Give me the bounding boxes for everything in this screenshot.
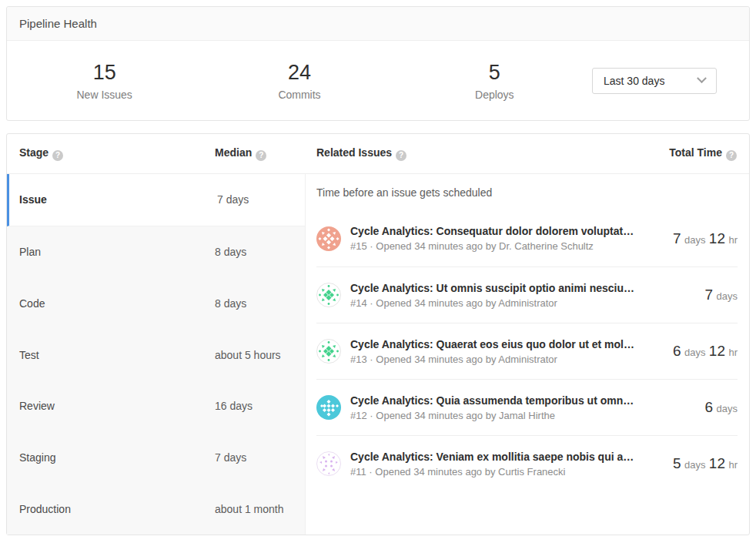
time-value: 6 [673,343,681,359]
stage-median: 8 days [215,246,246,258]
stage-name: Staging [19,451,215,464]
issue-meta: #14 · Opened 34 minutes ago by Administr… [350,297,697,309]
stage-median: 7 days [215,451,246,464]
time-unit: days [717,290,738,302]
issue-total-time: 6 days [705,399,738,416]
stage-help-icon[interactable] [52,150,63,161]
issue-author-avatar[interactable] [316,395,341,420]
related-issues-help-icon[interactable] [396,150,406,161]
time-unit: hr [728,459,738,471]
chevron-down-icon [697,73,707,83]
issue-opened-text: Opened 34 minutes ago by [376,354,496,365]
column-header-related-issues-label: Related Issues [316,146,392,159]
time-unit: days [684,459,705,471]
time-value: 7 [673,230,681,246]
cycle-analytics-card: Stage Median Related Issues Total Time I… [6,133,750,535]
issue-total-time: 6 days 12 hr [673,343,738,360]
time-value: 5 [673,455,681,471]
time-unit: days [717,403,738,414]
summary-stats: 15 New Issues 24 Commits 5 Deploys [7,60,592,100]
issue-opened-text: Opened 34 minutes ago by [376,240,496,252]
issue-number: #15 [350,240,367,252]
issue-total-time: 7 days 12 hr [673,230,738,247]
stage-row-review[interactable]: Review 16 days [7,380,305,432]
stat-deploys-value: 5 [397,60,592,85]
stat-new-issues-label: New Issues [7,89,202,101]
stage-description: Time before an issue gets scheduled [316,174,738,210]
column-header-total-time-label: Total Time [669,146,722,159]
stage-row-code[interactable]: Code 8 days [7,277,305,329]
stage-name: Production [19,503,215,515]
stage-median: about 1 month [215,503,284,515]
issue-meta: #12 · Opened 34 minutes ago by Jamal Hir… [350,410,697,421]
stat-commits-value: 24 [202,60,396,85]
time-value: 12 [709,455,725,471]
issue-title-link[interactable]: Cycle Analytics: Quia assumenda temporib… [350,394,697,407]
issue-total-time: 5 days 12 hr [673,455,738,472]
stat-deploys-label: Deploys [397,89,592,101]
column-header-stage: Stage [19,146,215,161]
stat-new-issues-value: 15 [7,60,202,85]
issue-total-time: 7 days [705,287,738,303]
column-header-total-time: Total Time [669,146,737,161]
issue-title-link[interactable]: Cycle Analytics: Veniam ex mollitia saep… [350,451,665,463]
issue-author-avatar[interactable] [316,451,341,476]
stage-name: Test [19,349,215,361]
stage-table-header: Stage Median Related Issues Total Time [7,134,749,174]
time-value: 12 [709,343,725,359]
issue-author-avatar[interactable] [316,226,341,251]
time-value: 7 [705,287,714,303]
stage-median: 16 days [215,400,253,412]
issue-list-item-11: Cycle Analytics: Veniam ex mollitia saep… [316,435,738,491]
column-header-median-label: Median [215,146,252,159]
stage-median: 7 days [217,193,249,206]
time-unit: days [684,347,705,358]
issue-author-link[interactable]: Curtis Franecki [498,466,565,478]
time-value: 6 [705,399,714,415]
pipeline-health-body: 15 New Issues 24 Commits 5 Deploys Last … [7,41,749,120]
issue-list-item-13: Cycle Analytics: Quaerat eos eius quo do… [316,323,738,379]
meta-separator: · [370,297,373,309]
issue-author-link[interactable]: Jamal Hirthe [499,410,555,421]
issue-meta: #11 · Opened 34 minutes ago by Curtis Fr… [350,466,665,478]
issue-title-link[interactable]: Cycle Analytics: Quaerat eos eius quo do… [350,338,665,350]
issue-author-link[interactable]: Administrator [498,354,557,365]
stage-median: about 5 hours [215,349,281,361]
stat-new-issues: 15 New Issues [7,60,202,100]
issue-author-link[interactable]: Dr. Catherine Schultz [499,240,594,252]
column-header-stage-label: Stage [19,146,49,159]
stage-name: Code [19,297,215,310]
stage-name: Issue [19,193,217,206]
total-time-help-icon[interactable] [726,150,737,161]
stage-row-plan[interactable]: Plan 8 days [7,226,305,278]
issue-number: #12 [350,410,367,421]
stage-list: Issue 7 days Plan 8 days Code 8 days Tes… [7,174,306,535]
median-help-icon[interactable] [256,150,266,161]
issue-opened-text: Opened 34 minutes ago by [376,410,496,421]
stage-row-test[interactable]: Test about 5 hours [7,329,305,380]
meta-separator: · [369,466,372,478]
issue-opened-text: Opened 34 minutes ago by [375,466,495,478]
pipeline-health-card: Pipeline Health 15 New Issues 24 Commits… [6,6,750,121]
date-range-selected-value: Last 30 days [604,75,664,87]
stage-row-issue[interactable]: Issue 7 days [7,174,305,226]
stage-row-staging[interactable]: Staging 7 days [7,432,305,484]
pipeline-health-title: Pipeline Health [19,17,97,30]
issue-author-link[interactable]: Administrator [498,297,557,309]
issue-author-avatar[interactable] [316,283,341,307]
issue-title-link[interactable]: Cycle Analytics: Consequatur dolor dolor… [350,225,665,237]
issue-title-link[interactable]: Cycle Analytics: Ut omnis suscipit optio… [350,282,697,294]
issue-author-avatar[interactable] [316,339,341,364]
meta-separator: · [370,354,373,365]
meta-separator: · [370,410,373,421]
stage-name: Plan [19,246,215,258]
stat-commits: 24 Commits [202,60,396,100]
stage-row-production[interactable]: Production about 1 month [7,483,305,535]
issue-list-item-12: Cycle Analytics: Quia assumenda temporib… [316,379,738,435]
related-issues-panel: Time before an issue gets scheduled [306,174,749,535]
date-range-select[interactable]: Last 30 days [592,68,717,94]
issue-number: #13 [350,354,367,365]
issue-meta: #13 · Opened 34 minutes ago by Administr… [350,354,665,365]
issue-meta: #15 · Opened 34 minutes ago by Dr. Cathe… [350,240,665,252]
stage-name: Review [19,400,215,412]
